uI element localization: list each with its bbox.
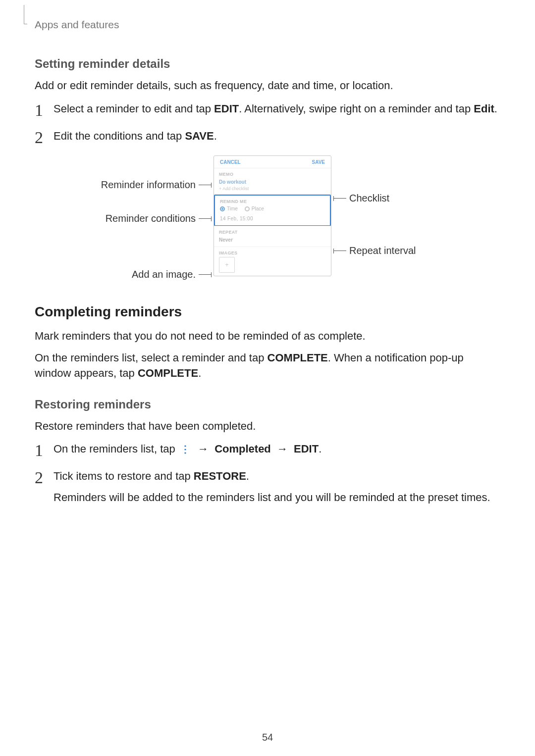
p-completing-1: Mark reminders that you do not need to b… bbox=[35, 329, 500, 344]
phone-memo-checklist: + Add checklist bbox=[219, 186, 326, 192]
phone-repeat-section: REPEAT Never bbox=[214, 226, 331, 247]
step-text: . bbox=[319, 443, 321, 455]
phone-save: SAVE bbox=[312, 159, 325, 166]
callout-line bbox=[199, 185, 212, 185]
figure-right-callouts: Checklist Repeat interval bbox=[333, 155, 447, 255]
page: Apps and features Setting reminder detai… bbox=[0, 0, 535, 756]
phone-radio-time: Time bbox=[220, 205, 238, 212]
step-text: Tick items to restore and tap bbox=[54, 470, 194, 482]
step-text: . bbox=[214, 130, 217, 142]
radio-label: Time bbox=[227, 205, 238, 212]
phone-repeat-label: REPEAT bbox=[219, 229, 326, 236]
callout-add-image: Add an image. bbox=[132, 269, 212, 279]
callout-label: Add an image. bbox=[132, 267, 196, 281]
ui-restore: RESTORE bbox=[194, 470, 246, 482]
callout-label: Reminder conditions bbox=[106, 211, 196, 225]
phone-images-label: IMAGES bbox=[219, 250, 326, 256]
phone-repeat-value: Never bbox=[219, 237, 326, 244]
callout-label: Checklist bbox=[349, 191, 389, 205]
figure-reminder-editor: Reminder information Reminder conditions… bbox=[35, 155, 500, 279]
phone-date: 14 Feb, 15:00 bbox=[220, 215, 325, 222]
running-head: Apps and features bbox=[35, 17, 500, 32]
heading-setting-reminder-details: Setting reminder details bbox=[35, 55, 500, 72]
arrow-sep: → bbox=[192, 443, 214, 455]
phone-images-section: IMAGES + bbox=[214, 247, 331, 276]
phone-memo-title: Do workout bbox=[219, 179, 326, 186]
p-completing-2: On the reminders list, select a reminder… bbox=[35, 351, 500, 381]
callout-checklist: Checklist bbox=[333, 193, 389, 203]
steps-restoring: On the reminders list, tap ⋮ → Completed… bbox=[35, 442, 500, 505]
more-options-icon: ⋮ bbox=[178, 444, 192, 454]
page-number: 54 bbox=[0, 730, 535, 744]
ui-edit-caps: EDIT bbox=[214, 102, 239, 115]
ui-edit: Edit bbox=[474, 102, 494, 115]
p-restoring-1: Restore reminders that have been complet… bbox=[35, 419, 500, 434]
ui-save: SAVE bbox=[185, 130, 214, 142]
intro-setting-reminder-details: Add or edit reminder details, such as fr… bbox=[35, 78, 500, 94]
step-text: . Alternatively, swipe right on a remind… bbox=[239, 102, 474, 115]
phone-cond-label: REMIND ME bbox=[220, 199, 325, 205]
callout-label: Reminder information bbox=[101, 178, 196, 192]
phone-memo-label: MEMO bbox=[219, 171, 326, 178]
figure-left-callouts: Reminder information Reminder conditions… bbox=[88, 155, 212, 279]
phone-mock: CANCEL SAVE MEMO Do workout + Add checkl… bbox=[214, 155, 331, 276]
callout-label: Repeat interval bbox=[349, 244, 416, 257]
ui-complete: COMPLETE bbox=[268, 352, 328, 364]
step-text: Edit the conditions and tap bbox=[54, 130, 185, 142]
phone-memo-section: MEMO Do workout + Add checklist bbox=[214, 168, 331, 195]
heading-completing-reminders: Completing reminders bbox=[35, 302, 500, 321]
phone-radio-place: Place bbox=[245, 205, 264, 212]
ui-completed: Completed bbox=[214, 443, 271, 455]
callout-repeat-interval: Repeat interval bbox=[333, 246, 416, 255]
steps-setting-reminder-details: Select a reminder to edit and tap EDIT. … bbox=[35, 101, 500, 144]
step-1: Select a reminder to edit and tap EDIT. … bbox=[35, 101, 500, 117]
step-text: Select a reminder to edit and tap bbox=[54, 102, 214, 115]
step-1: On the reminders list, tap ⋮ → Completed… bbox=[35, 442, 500, 457]
step-2-followup: Reminders will be added to the reminders… bbox=[54, 490, 500, 505]
phone-topbar: CANCEL SAVE bbox=[214, 156, 331, 168]
arrow-sep: → bbox=[271, 443, 294, 455]
step-text: . bbox=[494, 102, 497, 115]
radio-label: Place bbox=[252, 205, 264, 212]
step-2: Tick items to restore and tap RESTORE. R… bbox=[35, 469, 500, 505]
phone-radio-row: Time Place bbox=[220, 205, 325, 212]
callout-reminder-information: Reminder information bbox=[101, 180, 212, 190]
text: On the reminders list, select a reminder… bbox=[35, 352, 268, 364]
text: . bbox=[198, 367, 201, 379]
step-text: On the reminders list, tap bbox=[54, 443, 178, 455]
callout-line bbox=[199, 274, 212, 275]
heading-restoring-reminders: Restoring reminders bbox=[35, 396, 500, 413]
callout-line bbox=[199, 218, 212, 219]
callout-line bbox=[333, 198, 346, 199]
phone-cancel: CANCEL bbox=[220, 159, 241, 166]
step-text: . bbox=[246, 470, 249, 482]
phone-conditions-section: REMIND ME Time Place 14 Feb, 15:00 bbox=[214, 195, 331, 227]
step-2: Edit the conditions and tap SAVE. bbox=[35, 129, 500, 144]
corner-mark bbox=[24, 5, 24, 24]
ui-complete: COMPLETE bbox=[138, 367, 198, 379]
phone-add-image-box: + bbox=[219, 257, 235, 273]
callout-reminder-conditions: Reminder conditions bbox=[106, 213, 212, 223]
callout-line bbox=[333, 251, 346, 251]
ui-edit-caps: EDIT bbox=[294, 443, 319, 455]
